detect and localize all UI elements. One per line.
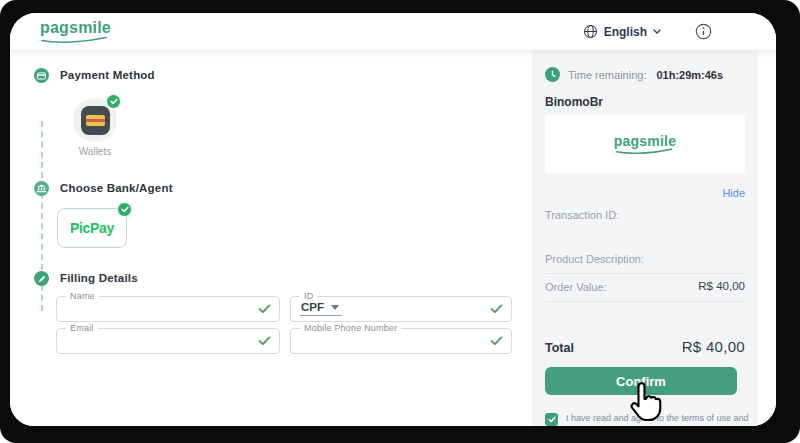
pagsmile-logo-text: pagsmile	[40, 20, 111, 36]
pagsmile-logo: pagsmile	[40, 20, 111, 43]
terms-checkbox[interactable]	[545, 413, 558, 426]
step2-title: Choose Bank/Agent	[60, 182, 173, 194]
email-field: Email	[56, 328, 280, 354]
header: pagsmile English	[10, 13, 776, 51]
time-remaining-label: Time remaining:	[568, 69, 646, 81]
email-valid-check	[258, 336, 271, 346]
checkout-card: pagsmile English Payment Method	[10, 13, 776, 426]
name-input[interactable]	[65, 298, 220, 320]
product-description-label: Product Description:	[545, 253, 644, 265]
mobile-field: Mobile Phone Number	[290, 328, 512, 354]
check-icon	[490, 336, 503, 346]
id-field-label: ID	[300, 291, 317, 301]
info-icon	[695, 23, 712, 40]
picpay-agent-tile[interactable]: PicPay	[57, 208, 127, 248]
time-remaining-value: 01h:29m:46s	[656, 69, 723, 81]
mobile-input[interactable]	[299, 330, 453, 352]
divider	[545, 301, 745, 302]
wallet-card-stripe	[86, 119, 105, 122]
bank-icon	[37, 184, 46, 193]
step3-marker	[34, 271, 49, 286]
chevron-down-icon	[653, 29, 661, 34]
language-selector[interactable]: English	[583, 24, 661, 39]
order-summary-panel: Time remaining: 01h:29m:46s BinomoBr pag…	[532, 51, 758, 426]
mobile-valid-check	[490, 336, 503, 346]
transaction-id-label: Transaction ID:	[545, 209, 619, 221]
order-value-amount: R$ 40,00	[698, 280, 745, 292]
language-label: English	[604, 25, 647, 39]
time-remaining-row: Time remaining: 01h:29m:46s	[545, 67, 723, 82]
hand-cursor-icon	[628, 381, 664, 426]
globe-icon	[583, 24, 598, 39]
hide-link[interactable]: Hide	[722, 187, 745, 199]
header-actions: English	[583, 23, 712, 40]
wallet-check-badge	[106, 94, 121, 109]
id-type-value: CPF	[301, 301, 324, 313]
wallet-card-shape	[86, 115, 105, 126]
check-icon	[110, 98, 118, 105]
logo-swoosh-icon	[40, 36, 108, 43]
step1-marker	[34, 68, 49, 83]
merchant-name: BinomoBr	[545, 95, 603, 109]
check-icon	[490, 304, 503, 314]
picpay-logo: PicPay	[70, 220, 114, 236]
divider	[545, 273, 745, 274]
card-icon	[37, 72, 46, 80]
clock-icon	[545, 67, 560, 82]
id-type-select[interactable]: CPF	[300, 301, 342, 316]
main-content: Payment Method Wallets Choose Bank/Agent…	[10, 51, 776, 426]
id-field: ID CPF	[290, 296, 512, 322]
brand-logo-box: pagsmile	[545, 115, 745, 173]
pagsmile-logo-text: pagsmile	[614, 134, 676, 148]
check-icon	[121, 206, 129, 213]
wallet-method-tile[interactable]	[73, 98, 117, 142]
check-icon	[258, 336, 271, 346]
total-label: Total	[545, 341, 574, 355]
check-icon	[548, 416, 556, 423]
total-amount: R$ 40,00	[682, 338, 745, 355]
name-field: Name	[56, 296, 280, 322]
page-background: pagsmile English Payment Method	[0, 0, 800, 443]
wallet-label: Wallets	[65, 146, 125, 157]
step3-title: Filling Details	[60, 272, 138, 284]
pagsmile-logo: pagsmile	[614, 134, 676, 154]
logo-swoosh-icon	[614, 148, 674, 154]
info-button[interactable]	[695, 23, 712, 40]
pencil-icon	[38, 275, 46, 283]
check-icon	[258, 304, 271, 314]
step2-marker	[34, 181, 49, 196]
order-value-label: Order Value:	[545, 281, 607, 293]
chevron-down-icon	[331, 305, 339, 310]
name-valid-check	[258, 304, 271, 314]
step1-title: Payment Method	[60, 69, 155, 81]
wallet-icon	[81, 106, 110, 135]
email-input[interactable]	[65, 330, 220, 352]
picpay-check-badge	[117, 202, 132, 217]
id-valid-check	[490, 304, 503, 314]
